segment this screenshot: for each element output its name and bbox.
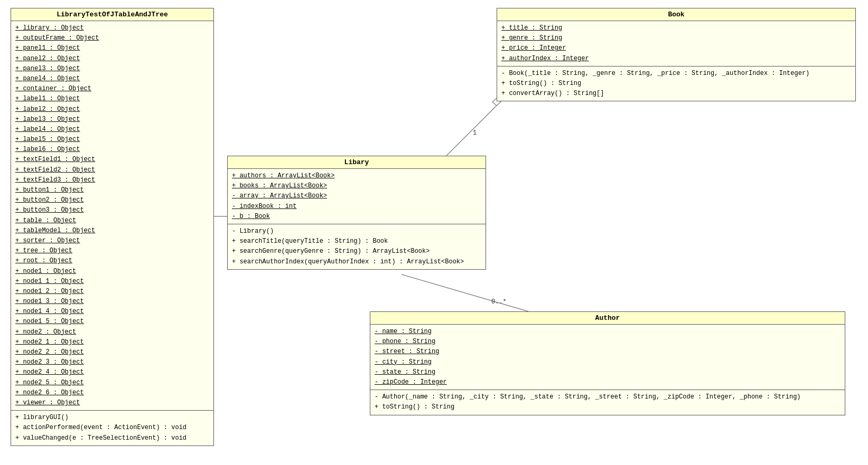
lib-method-searchgenre: + searchGenre(queryGenre : String) : Arr… <box>232 246 481 257</box>
attr-node2: + node2 : Object <box>15 327 209 337</box>
diagram-container: 1 0..* LibraryTestOfJTableAndJTree + lib… <box>0 0 868 465</box>
author-method-constructor: - Author(_name : String, _city : String,… <box>375 392 841 402</box>
attr-node2-2: + node2_2 : Object <box>15 347 209 357</box>
attr-button3: + button3 : Object <box>15 205 209 215</box>
book-methods: - Book(_title : String, _genre : String,… <box>497 67 855 101</box>
attr-outputframe: + outputFrame : Object <box>15 33 209 43</box>
attr-textfield1: + textField1 : Object <box>15 155 209 165</box>
attr-node1-5: + node1_5 : Object <box>15 317 209 327</box>
attr-library: + library : Object <box>15 23 209 33</box>
book-method-tostring: + toString() : String <box>501 79 851 89</box>
attr-node2-6: + node2_6 : Object <box>15 388 209 398</box>
lib-attr-b: - b : Book <box>232 212 481 222</box>
attr-viewer: + viewer : Object <box>15 398 209 408</box>
method-actionperformed: + actionPerformed(event : ActionEvent) :… <box>15 423 209 433</box>
attr-tablemodel: + tableModel : Object <box>15 226 209 236</box>
book-attr-genre: + genre : String <box>501 33 851 43</box>
attr-label4: + label4 : Object <box>15 125 209 135</box>
author-header: Author <box>370 312 845 325</box>
author-attributes: - name : String - phone : String - stree… <box>370 325 845 390</box>
book-attr-title: + title : String <box>501 23 851 33</box>
attr-node1-4: + node1_4 : Object <box>15 307 209 317</box>
author-attr-phone: - phone : String <box>375 337 841 347</box>
lib-method-searchauthorindex: + searchAuthorIndex(queryAuthorIndex : i… <box>232 257 481 267</box>
attr-node2-3: + node2_3 : Object <box>15 357 209 367</box>
attr-table: + table : Object <box>15 216 209 226</box>
book-attr-price: + price : Integer <box>501 43 851 53</box>
book-method-constructor: - Book(_title : String, _genre : String,… <box>501 69 851 79</box>
method-librarygui: + libraryGUI() <box>15 413 209 423</box>
book-attr-authorindex: + authorIndex : Integer <box>501 54 851 64</box>
attr-label5: + label5 : Object <box>15 135 209 145</box>
attr-node1-1: + node1_1 : Object <box>15 277 209 287</box>
lib-attr-indexbook: - indexBook : int <box>232 202 481 212</box>
lib-attr-authors: + authors : ArrayList<Book> <box>232 171 481 181</box>
lib-method-constructor: - Library() <box>232 226 481 236</box>
attr-label3: + label3 : Object <box>15 115 209 125</box>
attr-node1-3: + node1_3 : Object <box>15 297 209 307</box>
author-attr-name: - name : String <box>375 327 841 337</box>
library-box: Libary + authors : ArrayList<Book> + boo… <box>227 156 486 270</box>
book-method-convertarray: + convertArray() : String[] <box>501 89 851 99</box>
library-test-attributes: + library : Object + outputFrame : Objec… <box>11 21 213 411</box>
library-test-header: LibraryTestOfJTableAndJTree <box>11 8 213 21</box>
author-method-tostring: + toString() : String <box>375 402 841 412</box>
attr-root: + root : Object <box>15 256 209 266</box>
lib-attr-books: + books : ArrayList<Book> <box>232 181 481 191</box>
attr-node1-2: + node1_2 : Object <box>15 287 209 297</box>
book-header: Book <box>497 8 855 21</box>
attr-panel4: + panel4 : Object <box>15 74 209 84</box>
attr-tree: + tree : Object <box>15 246 209 256</box>
author-methods: - Author(_name : String, _city : String,… <box>370 390 845 414</box>
attr-label2: + label2 : Object <box>15 105 209 115</box>
attr-sorter: + sorter : Object <box>15 236 209 246</box>
attr-node2-1: + node2_1 : Object <box>15 337 209 347</box>
library-header: Libary <box>228 156 486 169</box>
attr-node1: + node1 : Object <box>15 267 209 277</box>
connection-label-1: 1 <box>473 129 477 137</box>
author-attr-street: - street : String <box>375 347 841 357</box>
library-methods: - Library() + searchTitle(queryTitle : S… <box>228 224 486 269</box>
attr-panel2: + panel2 : Object <box>15 54 209 64</box>
book-box: Book + title : String + genre : String +… <box>497 8 856 101</box>
attr-node2-5: + node2_5 : Object <box>15 378 209 388</box>
attr-label1: + label1 : Object <box>15 94 209 104</box>
connection-label-0-star: 0..* <box>491 298 507 306</box>
attr-textfield3: + textField3 : Object <box>15 175 209 185</box>
attr-node2-4: + node2_4 : Object <box>15 367 209 377</box>
attr-panel1: + panel1 : Object <box>15 43 209 53</box>
svg-line-3 <box>402 274 528 311</box>
attr-label6: + label6 : Object <box>15 145 209 155</box>
author-attr-zipcode: - zipCode : Integer <box>375 377 841 387</box>
attr-textfield2: + textField2 : Object <box>15 165 209 175</box>
book-attributes: + title : String + genre : String + pric… <box>497 21 855 67</box>
library-test-box: LibraryTestOfJTableAndJTree + library : … <box>11 8 214 446</box>
attr-container: + container : Object <box>15 84 209 94</box>
author-box: Author - name : String - phone : String … <box>370 311 845 415</box>
method-valuechanged: + valueChanged(e : TreeSelectionEvent) :… <box>15 433 209 443</box>
attr-panel3: + panel3 : Object <box>15 64 209 74</box>
author-attr-city: - city : String <box>375 357 841 367</box>
library-test-methods: + libraryGUI() + actionPerformed(event :… <box>11 411 213 445</box>
svg-line-1 <box>446 106 497 156</box>
library-attributes: + authors : ArrayList<Book> + books : Ar… <box>228 169 486 224</box>
author-attr-state: - state : String <box>375 367 841 377</box>
attr-button1: + button1 : Object <box>15 185 209 195</box>
attr-button2: + button2 : Object <box>15 195 209 205</box>
lib-attr-array: - array : ArrayList<Book> <box>232 191 481 201</box>
lib-method-searchtitle: + searchTitle(queryTitle : String) : Boo… <box>232 236 481 246</box>
